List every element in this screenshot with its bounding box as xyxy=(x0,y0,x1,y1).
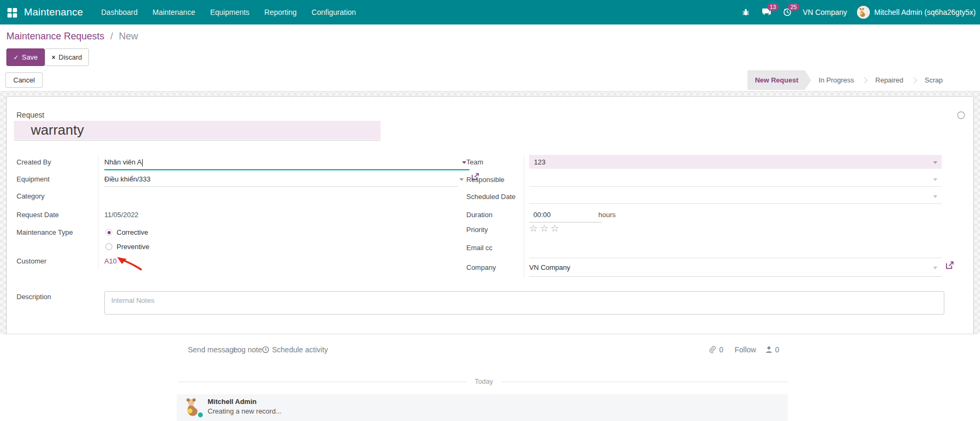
equipment-dropdown-icon[interactable] xyxy=(459,178,464,181)
apps-menu-icon[interactable] xyxy=(7,8,17,17)
scheduled-date-label: Scheduled Date xyxy=(466,193,516,201)
request-input[interactable]: warranty xyxy=(14,121,381,139)
save-button-label: Save xyxy=(22,53,38,61)
date-divider-line xyxy=(501,382,788,382)
scheduled-date-dropdown-icon[interactable] xyxy=(933,195,937,198)
menu-configuration[interactable]: Configuration xyxy=(304,0,363,24)
stage-new-request[interactable]: New Request xyxy=(747,70,811,90)
team-label: Team xyxy=(466,158,483,166)
stage-in-progress[interactable]: In Progress xyxy=(811,70,861,90)
breadcrumb-parent-link[interactable]: Maintenance Requests xyxy=(6,31,104,42)
message-body: Creating a new record... xyxy=(208,407,282,415)
discard-button[interactable]: × Discard xyxy=(45,48,89,66)
equipment-label: Equipment xyxy=(17,175,50,183)
menu-equipments[interactable]: Equipments xyxy=(203,0,257,24)
paperclip-icon xyxy=(709,346,717,354)
top-navbar: Maintenance Dashboard Maintenance Equipm… xyxy=(0,0,980,24)
activities-badge[interactable]: 25 xyxy=(788,3,800,11)
request-date-field[interactable]: 11/05/2022 xyxy=(104,211,138,219)
save-button[interactable]: ✓ Save xyxy=(6,48,45,66)
equipment-field[interactable]: Điều khiển/333 xyxy=(104,175,151,183)
stage-pipeline: New Request In Progress Repaired Scrap xyxy=(747,70,950,90)
attachments-button[interactable]: 0 xyxy=(709,345,723,354)
radio-preventive[interactable] xyxy=(105,243,112,250)
text-cursor xyxy=(142,159,143,167)
activities-icon[interactable]: 25 xyxy=(782,7,793,18)
priority-stars[interactable]: ☆☆☆ xyxy=(529,222,561,234)
created-by-field[interactable]: Nhân viên A xyxy=(104,158,143,167)
chatter-message: Mitchell Admin Creating a new record... xyxy=(177,394,788,421)
duration-input[interactable]: 00:00 xyxy=(533,211,551,219)
description-textarea[interactable] xyxy=(104,291,944,315)
log-note-button[interactable]: Log note xyxy=(233,345,262,354)
equipment-underline xyxy=(104,186,458,187)
company-switcher[interactable]: VN Company xyxy=(803,8,847,16)
followers-button[interactable]: 0 xyxy=(765,345,779,354)
star-icon[interactable]: ☆ xyxy=(529,223,540,234)
team-dropdown-icon[interactable] xyxy=(933,161,937,164)
request-underline xyxy=(14,140,381,141)
followers-count: 0 xyxy=(775,345,779,354)
schedule-activity-label: Schedule activity xyxy=(272,345,328,354)
breadcrumb-current: New xyxy=(119,31,138,42)
schedule-activity-button[interactable]: Schedule activity xyxy=(262,345,328,354)
created-by-focus-underline xyxy=(104,169,470,170)
star-icon[interactable]: ☆ xyxy=(550,223,561,234)
menu-maintenance[interactable]: Maintenance xyxy=(145,0,203,24)
message-author[interactable]: Mitchell Admin xyxy=(208,398,257,406)
team-field[interactable]: 123 xyxy=(529,155,942,169)
user-name: Mitchell Admin (sq6ha26gty5x) xyxy=(874,8,976,16)
radio-corrective-label[interactable]: Corrective xyxy=(117,228,148,236)
left-column-rule xyxy=(98,155,98,270)
company-external-link-icon[interactable] xyxy=(945,261,954,272)
email-cc-label: Email cc xyxy=(466,244,492,252)
stage-repaired[interactable]: Repaired xyxy=(868,70,911,90)
radio-preventive-label[interactable]: Preventive xyxy=(117,243,149,251)
close-icon: × xyxy=(52,54,55,61)
created-by-dropdown-icon[interactable] xyxy=(462,161,466,164)
menu-reporting[interactable]: Reporting xyxy=(257,0,304,24)
priority-label: Priority xyxy=(466,226,488,234)
discard-button-label: Discard xyxy=(59,53,82,61)
form-sheet: Request warranty Created By Nhân viên A … xyxy=(6,96,974,334)
annotation-arrow xyxy=(115,256,145,273)
responsible-underline xyxy=(529,186,942,187)
date-divider-label: Today xyxy=(468,377,500,385)
company-dropdown-icon[interactable] xyxy=(933,267,937,269)
navbar-right: 13 25 VN Company Mitchell Admin (sq6ha26… xyxy=(740,0,976,24)
star-icon[interactable]: ☆ xyxy=(540,223,550,234)
category-field[interactable] xyxy=(104,192,456,201)
category-label: Category xyxy=(17,192,45,200)
cancel-button[interactable]: Cancel xyxy=(5,72,43,88)
presence-dot xyxy=(198,412,203,417)
duration-unit-label: hours xyxy=(598,211,616,219)
date-divider-line xyxy=(178,382,466,382)
menu-dashboard[interactable]: Dashboard xyxy=(94,0,145,24)
control-panel: Maintenance Requests / New ✓ Save × Disc… xyxy=(0,24,980,68)
messages-icon[interactable]: 13 xyxy=(761,7,772,18)
user-menu[interactable]: Mitchell Admin (sq6ha26gty5x) xyxy=(857,6,976,19)
follow-button[interactable]: Follow xyxy=(735,345,756,354)
responsible-label: Responsible xyxy=(466,176,505,184)
bug-icon[interactable] xyxy=(740,7,751,18)
breadcrumb: Maintenance Requests / New xyxy=(6,31,138,42)
company-field[interactable]: VN Company xyxy=(529,263,570,271)
description-label: Description xyxy=(17,293,51,301)
radio-corrective[interactable] xyxy=(105,229,112,236)
status-circle-icon[interactable] xyxy=(957,111,965,119)
clock-icon xyxy=(262,346,269,353)
request-label: Request xyxy=(17,111,44,119)
app-title[interactable]: Maintenance xyxy=(24,6,83,18)
chevron-right-icon xyxy=(911,77,917,83)
send-message-button[interactable]: Send message xyxy=(188,345,237,354)
responsible-dropdown-icon[interactable] xyxy=(933,178,937,181)
messages-badge[interactable]: 13 xyxy=(767,3,779,11)
check-icon: ✓ xyxy=(13,54,19,61)
scheduled-date-underline xyxy=(529,203,942,204)
company-underline xyxy=(529,276,942,277)
app-screen: Maintenance Dashboard Maintenance Equipm… xyxy=(0,0,980,421)
breadcrumb-separator: / xyxy=(110,31,113,42)
email-cc-underline xyxy=(529,258,942,258)
right-column-rule xyxy=(524,155,524,278)
stage-scrap[interactable]: Scrap xyxy=(917,70,950,90)
